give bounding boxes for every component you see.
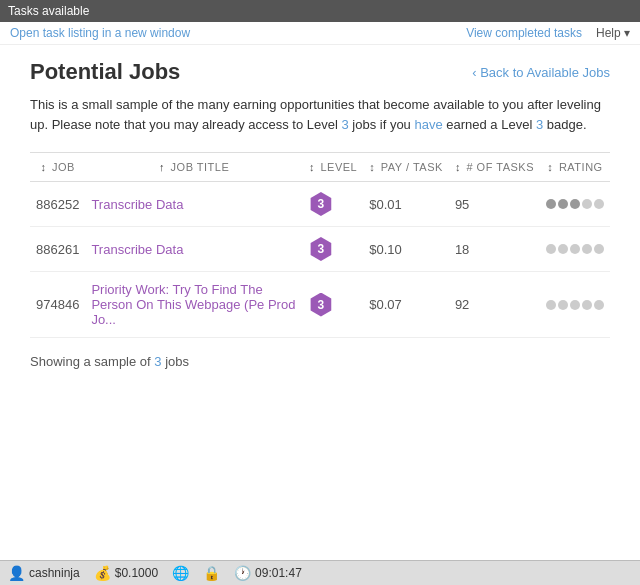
job-title-link[interactable]: Priority Work: Try To Find The Person On… <box>91 282 295 327</box>
job-title-link[interactable]: Transcribe Data <box>91 242 183 257</box>
job-id: 974846 <box>30 272 85 338</box>
star <box>570 199 580 209</box>
taskbar-time-value: 09:01:47 <box>255 566 302 580</box>
star <box>558 199 568 209</box>
taskbar-balance: 💰 $0.1000 <box>94 565 158 581</box>
star <box>558 244 568 254</box>
page-header: Potential Jobs Back to Available Jobs <box>30 59 610 85</box>
taskbar-time: 🕐 09:01:47 <box>234 565 302 581</box>
job-rating <box>540 227 610 272</box>
top-bar-title: Tasks available <box>8 4 89 18</box>
job-title-cell: Priority Work: Try To Find The Person On… <box>85 272 303 338</box>
clock-icon: 🕐 <box>234 565 251 581</box>
col-num-tasks[interactable]: ↕ # OF TASKS <box>449 153 540 182</box>
col-job-title[interactable]: ↑ JOB TITLE <box>85 153 303 182</box>
job-level: 3 <box>303 182 363 227</box>
job-title-link[interactable]: Transcribe Data <box>91 197 183 212</box>
star <box>582 300 592 310</box>
col-level[interactable]: ↕ LEVEL <box>303 153 363 182</box>
star <box>594 244 604 254</box>
star-rating <box>546 199 604 209</box>
job-level: 3 <box>303 272 363 338</box>
view-completed-link[interactable]: View completed tasks <box>466 26 582 40</box>
taskbar: 👤 cashninja 💰 $0.1000 🌐 🔒 🕐 09:01:47 <box>0 560 640 585</box>
job-id: 886261 <box>30 227 85 272</box>
job-rating <box>540 182 610 227</box>
star <box>594 300 604 310</box>
table-body: 886252Transcribe Data3$0.0195886261Trans… <box>30 182 610 338</box>
lock-icon: 🔒 <box>203 565 220 581</box>
job-title-cell: Transcribe Data <box>85 227 303 272</box>
level-badge: 3 <box>309 293 333 317</box>
taskbar-user: 👤 cashninja <box>8 565 80 581</box>
sub-bar-right: View completed tasks Help <box>466 26 630 40</box>
job-rating <box>540 272 610 338</box>
globe-icon: 🌐 <box>172 565 189 581</box>
star <box>546 300 556 310</box>
back-to-available-jobs-link[interactable]: Back to Available Jobs <box>472 65 610 80</box>
main-content: Potential Jobs Back to Available Jobs Th… <box>0 45 640 560</box>
user-icon: 👤 <box>8 565 25 581</box>
table-row: 886261Transcribe Data3$0.1018 <box>30 227 610 272</box>
taskbar-lock: 🔒 <box>203 565 220 581</box>
star <box>558 300 568 310</box>
star <box>570 300 580 310</box>
table-row: 886252Transcribe Data3$0.0195 <box>30 182 610 227</box>
job-num-tasks: 92 <box>449 272 540 338</box>
page-description: This is a small sample of the many earni… <box>30 95 610 134</box>
job-id: 886252 <box>30 182 85 227</box>
taskbar-globe: 🌐 <box>172 565 189 581</box>
star-rating <box>546 300 604 310</box>
table-row: 974846Priority Work: Try To Find The Per… <box>30 272 610 338</box>
col-pay[interactable]: ↕ PAY / TASK <box>363 153 449 182</box>
level-badge: 3 <box>309 237 333 261</box>
col-job[interactable]: ↕ JOB <box>30 153 85 182</box>
job-pay: $0.10 <box>363 227 449 272</box>
top-bar: Tasks available <box>0 0 640 22</box>
taskbar-balance-value: $0.1000 <box>115 566 158 580</box>
job-pay: $0.01 <box>363 182 449 227</box>
level-badge: 3 <box>309 192 333 216</box>
money-icon: 💰 <box>94 565 111 581</box>
page-title: Potential Jobs <box>30 59 180 85</box>
sub-bar: Open task listing in a new window View c… <box>0 22 640 45</box>
star <box>546 199 556 209</box>
taskbar-username: cashninja <box>29 566 80 580</box>
job-level: 3 <box>303 227 363 272</box>
star <box>570 244 580 254</box>
col-rating[interactable]: ↕ RATING <box>540 153 610 182</box>
job-pay: $0.07 <box>363 272 449 338</box>
open-task-link[interactable]: Open task listing in a new window <box>10 26 190 40</box>
star <box>546 244 556 254</box>
job-title-cell: Transcribe Data <box>85 182 303 227</box>
jobs-table: ↕ JOB ↑ JOB TITLE ↕ LEVEL ↕ PAY / TASK ↕… <box>30 152 610 338</box>
star <box>582 244 592 254</box>
star-rating <box>546 244 604 254</box>
showing-sample: Showing a sample of 3 jobs <box>30 354 610 369</box>
job-num-tasks: 95 <box>449 182 540 227</box>
help-dropdown[interactable]: Help <box>596 26 630 40</box>
table-header: ↕ JOB ↑ JOB TITLE ↕ LEVEL ↕ PAY / TASK ↕… <box>30 153 610 182</box>
job-num-tasks: 18 <box>449 227 540 272</box>
star <box>582 199 592 209</box>
star <box>594 199 604 209</box>
